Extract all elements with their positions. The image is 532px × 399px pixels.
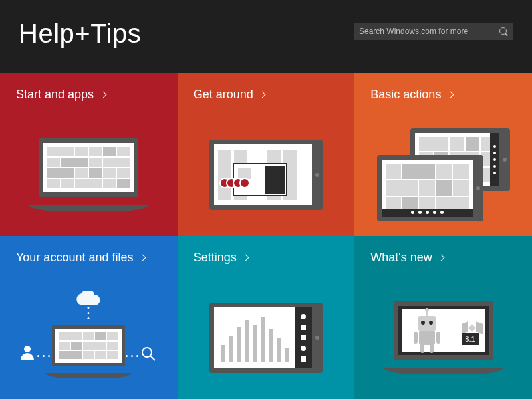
tile-basic-actions[interactable]: Basic actions [354,73,532,236]
search-icon[interactable] [499,27,508,36]
cloud-icon [76,291,100,308]
illustration-laptop-start [0,113,178,236]
search-box[interactable] [354,23,513,40]
chevron-right-icon [438,255,445,261]
tile-title: Basic actions [370,88,441,102]
version-badge: 8.1 [462,333,478,345]
tile-title: Get around [194,88,253,102]
tile-grid: Start and apps Get around [0,73,532,399]
tile-account-and-files[interactable]: Your account and files [0,236,178,399]
tile-settings[interactable]: Settings [178,236,355,399]
chevron-right-icon [100,92,106,98]
tile-title: Start and apps [16,88,94,102]
svg-point-1 [142,348,152,357]
illustration-swipe [178,113,355,236]
chevron-right-icon [447,92,454,98]
person-icon [20,345,35,362]
chevron-right-icon [139,255,146,261]
svg-line-2 [150,356,155,360]
search-icon [141,346,156,364]
svg-point-0 [24,346,31,352]
illustration-whats-new: 8.1 [354,276,532,399]
page-title: Help+Tips [19,19,141,49]
illustration-snap [354,113,532,236]
illustration-settings [178,276,355,399]
tile-title: Your account and files [16,251,133,265]
header: Help+Tips [0,0,532,73]
chevron-right-icon [243,255,249,261]
search-input[interactable] [359,27,499,36]
tile-title: What's new [370,251,432,265]
tile-title: Settings [194,251,237,265]
tile-get-around[interactable]: Get around [178,73,355,236]
chevron-right-icon [259,92,266,98]
illustration-account [0,276,178,399]
tile-start-and-apps[interactable]: Start and apps [0,73,178,236]
tile-whats-new[interactable]: What's new 8.1 [354,236,532,399]
